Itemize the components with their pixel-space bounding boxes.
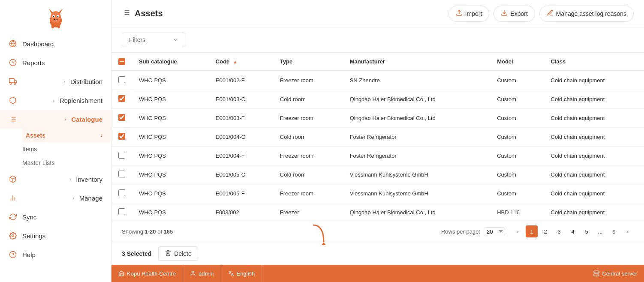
cell-class: Cold chain equipment: [544, 127, 644, 146]
cell-type: Cold room: [273, 165, 343, 184]
cell-sub_catalogue: WHO PQS: [132, 184, 209, 203]
row-checkbox[interactable]: [118, 95, 125, 102]
svg-marker-15: [14, 80, 16, 83]
server-icon: [593, 270, 599, 276]
sidebar-catalogue-label: Catalogue: [71, 116, 102, 123]
sidebar-item-master-lists[interactable]: Master Lists: [22, 156, 111, 170]
status-bar: Kopu Health Centre admin English Central…: [111, 265, 644, 282]
delete-label: Delete: [174, 250, 191, 257]
list-icon: [9, 115, 17, 123]
sidebar-reports-label: Reports: [22, 59, 45, 66]
page-3-button[interactable]: 3: [553, 225, 565, 237]
page-9-button[interactable]: 9: [608, 225, 620, 237]
row-checkbox[interactable]: [118, 133, 125, 140]
sidebar-item-dashboard[interactable]: Dashboard: [0, 34, 111, 53]
row-checkbox[interactable]: [118, 152, 125, 159]
sidebar-item-reports[interactable]: Reports: [0, 53, 111, 72]
indeterminate-checkbox[interactable]: [118, 58, 125, 65]
page-5-button[interactable]: 5: [581, 225, 593, 237]
row-checkbox-cell[interactable]: [111, 203, 132, 221]
page-ellipsis: ...: [594, 225, 606, 237]
sidebar-item-items[interactable]: Items: [22, 142, 111, 156]
manage-log-label: Manage asset log reasons: [556, 10, 626, 17]
cell-model: Custom: [490, 184, 544, 203]
cell-manufacturer: Viessmann Kuhlsysteme GmbH: [343, 184, 491, 203]
cell-manufacturer: SN Zhendre: [343, 71, 491, 90]
pagination-footer: Showing 1-20 of 165 Rows per page: 20 50…: [111, 221, 644, 242]
row-checkbox-cell[interactable]: [111, 184, 132, 203]
import-button[interactable]: Import: [448, 6, 490, 22]
page-4-button[interactable]: 4: [567, 225, 579, 237]
filters-button[interactable]: Filters: [122, 33, 186, 47]
row-checkbox-cell[interactable]: [111, 71, 132, 90]
row-checkbox-cell[interactable]: [111, 90, 132, 108]
row-checkbox-cell[interactable]: [111, 108, 132, 127]
page-range: 1-20: [145, 228, 156, 235]
row-checkbox[interactable]: [118, 114, 125, 121]
user-status: admin: [183, 265, 221, 282]
sync-icon: [9, 213, 17, 221]
cell-manufacturer: Foster Refrigerator: [343, 127, 491, 146]
user-icon: [190, 270, 196, 276]
facility-name: Kopu Health Centre: [127, 270, 176, 277]
sidebar-item-settings[interactable]: Settings: [0, 226, 111, 245]
assets-table-container: Sub catalogue Code ▲ Type Manufacturer M…: [111, 53, 644, 221]
col-sub-catalogue: Sub catalogue: [132, 53, 209, 71]
clock-icon: [9, 58, 17, 67]
manage-log-button[interactable]: Manage asset log reasons: [539, 6, 634, 22]
cell-code: E001/004-F: [209, 146, 273, 165]
table-row: WHO PQSE001/005-FFreezer roomViessmann K…: [111, 184, 644, 203]
sidebar-item-distribution[interactable]: › Distribution: [0, 72, 111, 91]
sidebar-manage-label: Manage: [79, 195, 102, 202]
cell-code: E001/005-F: [209, 184, 273, 203]
row-checkbox-cell[interactable]: [111, 165, 132, 184]
cell-type: Freezer room: [273, 184, 343, 203]
cell-model: Custom: [490, 71, 544, 90]
delete-button[interactable]: Delete: [158, 246, 198, 261]
selection-bar: 3 Selected Delete: [111, 242, 644, 265]
sidebar-item-help[interactable]: Help: [0, 245, 111, 264]
select-all-header[interactable]: [111, 53, 132, 71]
prev-page-button[interactable]: ‹: [512, 225, 524, 237]
cell-model: Custom: [490, 146, 544, 165]
cell-model: HBD 116: [490, 203, 544, 221]
col-code[interactable]: Code ▲: [209, 53, 273, 71]
sidebar-item-label: Dashboard: [22, 40, 54, 48]
manage-chevron: ›: [72, 195, 74, 201]
sidebar-item-catalogue[interactable]: › Catalogue: [0, 110, 111, 129]
row-checkbox-cell[interactable]: [111, 127, 132, 146]
row-checkbox[interactable]: [118, 171, 125, 177]
next-page-button[interactable]: ›: [622, 225, 634, 237]
svg-point-7: [57, 16, 58, 18]
page-2-button[interactable]: 2: [539, 225, 551, 237]
svg-rect-9: [51, 22, 54, 28]
sidebar-item-sync[interactable]: Sync: [0, 207, 111, 226]
row-checkbox[interactable]: [118, 76, 125, 83]
filters-label: Filters: [129, 36, 145, 43]
main-content: Assets Import Export Manage asset log re…: [111, 0, 644, 282]
cell-type: Freezer room: [273, 146, 343, 165]
distribution-chevron: ›: [63, 79, 65, 84]
sidebar-item-assets[interactable]: Assets ›: [22, 129, 111, 142]
row-checkbox[interactable]: [118, 208, 125, 215]
question-icon: [9, 250, 17, 259]
catalogue-chevron: ›: [65, 117, 66, 122]
svg-point-17: [14, 83, 16, 84]
sidebar-item-replenishment[interactable]: › Replenishment: [0, 91, 111, 110]
cell-type: Cold room: [273, 90, 343, 108]
svg-rect-8: [54, 22, 57, 27]
page-1-button[interactable]: 1: [526, 225, 538, 237]
export-label: Export: [510, 10, 527, 17]
table-row: WHO PQSE001/003-CCold roomQingdao Haier …: [111, 90, 644, 108]
rows-per-page-select[interactable]: 20 50 100: [484, 227, 505, 236]
row-checkbox[interactable]: [118, 189, 125, 196]
sidebar-item-manage[interactable]: › Manage: [0, 189, 111, 207]
arrow-indicator: [309, 223, 330, 250]
cell-model: Custom: [490, 108, 544, 127]
sidebar-item-inventory[interactable]: › Inventory: [0, 170, 111, 189]
cell-manufacturer: Foster Refrigerator: [343, 146, 491, 165]
export-button[interactable]: Export: [494, 6, 535, 22]
table-row: WHO PQSE001/003-FFreezer roomQingdao Hai…: [111, 108, 644, 127]
row-checkbox-cell[interactable]: [111, 146, 132, 165]
box-icon: [9, 96, 17, 105]
